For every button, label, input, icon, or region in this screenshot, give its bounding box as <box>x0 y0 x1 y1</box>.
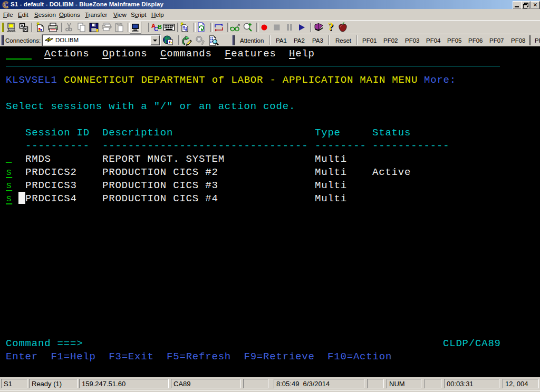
svg-text:B: B <box>158 24 162 30</box>
